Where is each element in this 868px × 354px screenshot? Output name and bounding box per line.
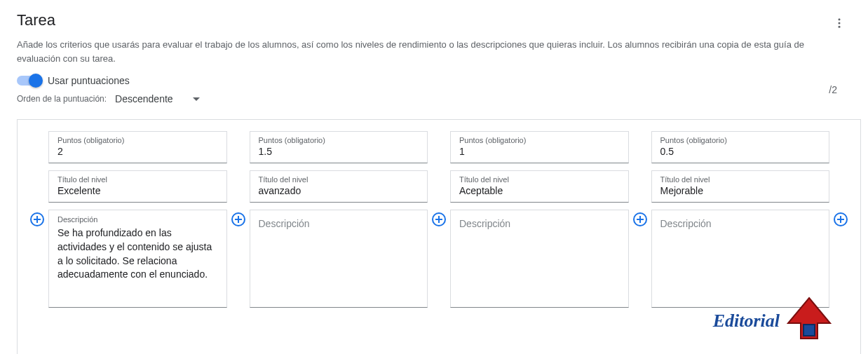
use-scores-toggle[interactable] bbox=[17, 76, 41, 86]
levels-row: Puntos (obligatorio) 2 Título del nivel … bbox=[23, 131, 855, 308]
page-title: Tarea bbox=[17, 11, 55, 29]
description-field[interactable]: Descripción bbox=[651, 210, 830, 308]
total-score: /2 bbox=[829, 84, 851, 95]
points-field[interactable]: Puntos (obligatorio) 1 bbox=[450, 131, 629, 163]
points-field[interactable]: Puntos (obligatorio) 2 bbox=[48, 131, 227, 163]
add-level-button[interactable] bbox=[428, 212, 450, 227]
more-options-button[interactable] bbox=[827, 11, 851, 38]
level-title-field[interactable]: Título del nivel avanzado bbox=[250, 170, 428, 203]
description-field[interactable]: Descripción bbox=[450, 210, 629, 308]
add-level-button[interactable] bbox=[629, 212, 651, 227]
dropdown-icon bbox=[193, 97, 200, 101]
rubric-scroll-area[interactable]: Puntos (obligatorio) 2 Título del nivel … bbox=[17, 119, 861, 354]
level-column: Puntos (obligatorio) 0.5 Título del nive… bbox=[651, 131, 830, 308]
svg-point-2 bbox=[839, 26, 841, 28]
description-field[interactable]: Descripción Se ha profundizado en las ac… bbox=[48, 210, 227, 308]
level-title-field[interactable]: Título del nivel Mejorable bbox=[651, 170, 830, 203]
svg-point-0 bbox=[839, 18, 841, 20]
points-field[interactable]: Puntos (obligatorio) 1.5 bbox=[250, 131, 428, 163]
order-select[interactable]: Descendente bbox=[115, 93, 200, 104]
level-column: Puntos (obligatorio) 1.5 Título del nive… bbox=[250, 131, 428, 308]
level-title-field[interactable]: Título del nivel Aceptable bbox=[450, 170, 629, 203]
use-scores-label: Usar puntuaciones bbox=[48, 75, 130, 86]
level-title-field[interactable]: Título del nivel Excelente bbox=[48, 170, 227, 203]
svg-point-1 bbox=[839, 22, 841, 25]
order-label: Orden de la puntuación: bbox=[17, 94, 107, 104]
page-subtitle: Añade los criterios que usarás para eval… bbox=[0, 38, 827, 65]
order-select-value: Descendente bbox=[115, 93, 173, 104]
level-column: Puntos (obligatorio) 1 Título del nivel … bbox=[450, 131, 629, 308]
points-field[interactable]: Puntos (obligatorio) 0.5 bbox=[651, 131, 830, 163]
description-field[interactable]: Descripción bbox=[250, 210, 428, 308]
add-level-after-button[interactable] bbox=[829, 212, 852, 227]
level-column: Puntos (obligatorio) 2 Título del nivel … bbox=[48, 131, 227, 308]
add-level-before-button[interactable] bbox=[26, 212, 48, 227]
add-level-button[interactable] bbox=[227, 212, 250, 227]
